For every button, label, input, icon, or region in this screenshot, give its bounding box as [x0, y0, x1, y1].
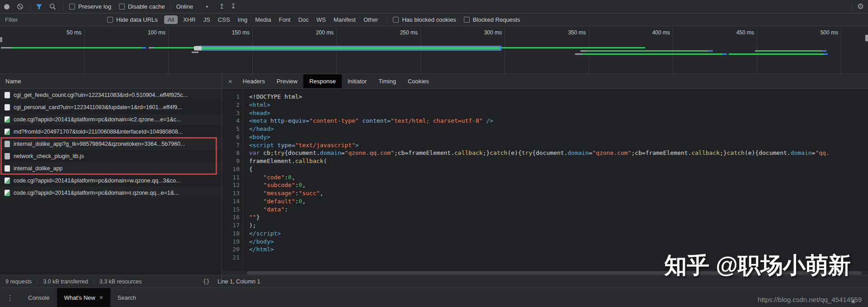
code-line: 5</head> — [222, 125, 868, 133]
line-content: </html> — [244, 245, 274, 254]
waterfall-bar — [824, 53, 828, 55]
name-header-label: Name — [5, 78, 21, 85]
request-row[interactable]: code.cgi?appid=20141&platform=pc&domain=… — [0, 113, 222, 125]
line-number: 3 — [222, 109, 244, 117]
clear-icon[interactable] — [17, 3, 24, 10]
request-row[interactable]: network_check_plugin_lib.js — [0, 150, 222, 162]
drawer-tab-what-s-new[interactable]: What's New× — [57, 288, 110, 307]
request-name: md?fromId=204971707&told=211006088&inter… — [14, 129, 183, 135]
line-number: 21 — [222, 254, 244, 262]
code-line: 6<body> — [222, 133, 868, 141]
line-number: 18 — [222, 230, 244, 238]
code-line: 7<script type="text/javascript"> — [222, 141, 868, 149]
tab-cookies[interactable]: Cookies — [402, 74, 435, 88]
line-number: 13 — [222, 189, 244, 197]
hide-data-urls-checkbox[interactable]: Hide data URLs — [107, 16, 158, 23]
file-icon — [5, 190, 10, 196]
filter-pill-manifest[interactable]: Manifest — [331, 15, 358, 24]
request-name: code.cgi?appid=20141&platform=pc&domain=… — [14, 190, 179, 196]
line-number: 1 — [222, 93, 244, 101]
code-line: 10{ — [222, 165, 868, 173]
tab-preview[interactable]: Preview — [271, 74, 303, 88]
has-blocked-cookies-label: Has blocked cookies — [402, 16, 456, 23]
filter-pill-xhr[interactable]: XHR — [181, 15, 198, 24]
drawer-tab-search[interactable]: Search — [110, 288, 143, 307]
filter-pill-js[interactable]: JS — [201, 15, 212, 24]
line-content: <!DOCTYPE html> — [244, 93, 302, 101]
preserve-log-label: Preserve log — [78, 3, 111, 10]
close-details-icon[interactable]: × — [228, 77, 232, 85]
disable-cache-checkbox[interactable]: Disable cache — [119, 3, 165, 10]
request-row[interactable]: internal_dolike_app — [0, 162, 222, 174]
tab-initiator[interactable]: Initiator — [342, 74, 373, 88]
line-number: 5 — [222, 125, 244, 133]
filter-pill-other[interactable]: Other — [361, 15, 381, 24]
blocked-requests-checkbox[interactable]: Blocked Requests — [464, 16, 520, 23]
timeline-tick-label: 200 ms — [297, 29, 334, 36]
line-number: 12 — [222, 181, 244, 189]
request-row[interactable]: code.cgi?appid=20141&platform=pc&domain=… — [0, 174, 222, 187]
line-number: 17 — [222, 221, 244, 230]
resource-type-filters: AllXHRJSCSSImgMediaFontDocWSManifestOthe… — [164, 15, 384, 24]
waterfall-bar — [197, 47, 500, 49]
tab-response[interactable]: Response — [303, 74, 342, 88]
drawer-tab-label: Search — [118, 294, 136, 301]
line-number: 7 — [222, 141, 244, 149]
filter-funnel-icon[interactable] — [36, 4, 42, 10]
line-content: </head> — [244, 125, 274, 133]
throttling-dropdown[interactable]: Online ▾ — [176, 3, 208, 10]
line-content: "subcode":0, — [244, 181, 306, 189]
overview-handle[interactable] — [0, 37, 2, 42]
gear-icon[interactable]: ⚙ — [857, 3, 864, 10]
drawer-tab-console[interactable]: Console — [21, 288, 57, 307]
code-line: 16""} — [222, 213, 868, 221]
waterfall-bar — [586, 50, 708, 52]
filter-pill-doc[interactable]: Doc — [296, 15, 311, 24]
has-blocked-cookies-checkbox[interactable]: Has blocked cookies — [393, 16, 456, 23]
filter-pill-ws[interactable]: WS — [314, 15, 328, 24]
tab-timing[interactable]: Timing — [373, 74, 402, 88]
close-icon[interactable]: × — [99, 294, 103, 301]
cursor-position: Line 1, Column 1 — [217, 278, 260, 285]
line-number: 15 — [222, 206, 244, 214]
filter-pill-img[interactable]: Img — [236, 15, 250, 24]
watermark-close-icon: × — [851, 298, 855, 306]
file-icon — [5, 104, 10, 110]
export-har-icon[interactable]: ↧ — [231, 3, 236, 10]
request-row[interactable]: cgi_get_feeds_count.cgi?uin=1223411083&r… — [0, 89, 222, 101]
waterfall-bar — [1, 47, 12, 48]
timeline-gridline — [841, 26, 841, 74]
devtools-network-panel: Preserve log Disable cache Online ▾ ↥ ↧ … — [0, 0, 868, 307]
code-line: 12 "subcode":0, — [222, 181, 868, 189]
timeline-gridline — [168, 26, 169, 74]
name-column-header[interactable]: Name — [0, 74, 222, 89]
code-line: 15 "data": — [222, 206, 868, 214]
waterfall-bar — [582, 53, 722, 55]
line-content: </script> — [244, 230, 281, 238]
filter-pill-css[interactable]: CSS — [216, 15, 232, 24]
request-row[interactable]: cgi_personal_card?uin=1223411083&fupdate… — [0, 101, 222, 113]
request-row[interactable]: internal_dolike_app?g_tk=985798942&qzone… — [0, 138, 222, 150]
format-braces-icon[interactable]: {} — [203, 278, 210, 285]
code-line: 3<head> — [222, 109, 868, 117]
import-har-icon[interactable]: ↥ — [219, 3, 225, 10]
preserve-log-checkbox[interactable]: Preserve log — [69, 3, 111, 10]
search-icon[interactable] — [49, 3, 56, 10]
filter-input[interactable] — [4, 16, 96, 24]
overflow-menu-icon[interactable]: ⋮ — [6, 293, 14, 302]
filter-pill-all[interactable]: All — [164, 15, 178, 24]
line-content: { — [244, 165, 253, 173]
checkbox — [464, 17, 470, 23]
line-content: <html> — [244, 101, 270, 109]
response-code-view[interactable]: 1<!DOCTYPE html>2<html>3<head>4<meta htt… — [222, 89, 868, 274]
request-row[interactable]: code.cgi?appid=20141&platform=pc&domain=… — [0, 187, 222, 199]
record-icon[interactable] — [4, 4, 9, 10]
request-row[interactable]: md?fromId=204971707&told=211006088&inter… — [0, 125, 222, 138]
filter-pill-font[interactable]: Font — [277, 15, 293, 24]
filter-pill-media[interactable]: Media — [253, 15, 273, 24]
code-line: 19</body> — [222, 238, 868, 246]
pane-divider[interactable] — [222, 74, 222, 288]
timeline-overview: 50 ms100 ms150 ms200 ms250 ms300 ms350 m… — [0, 26, 868, 74]
line-content: <body> — [244, 133, 270, 141]
tab-headers[interactable]: Headers — [237, 74, 271, 88]
